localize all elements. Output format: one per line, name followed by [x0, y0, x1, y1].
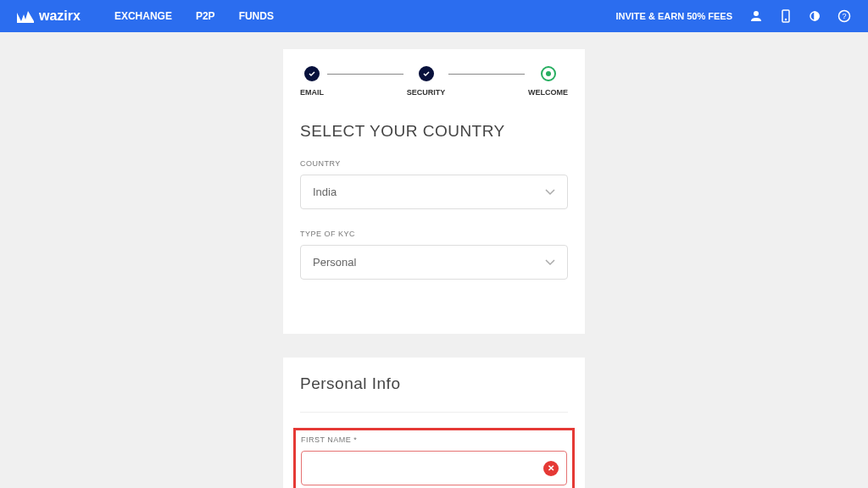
svg-point-0: [754, 11, 759, 16]
field-label: FIRST NAME *: [301, 435, 567, 444]
help-icon[interactable]: ?: [837, 9, 851, 23]
nav-p2p[interactable]: P2P: [196, 10, 215, 22]
step-welcome: WELCOME: [528, 66, 568, 97]
country-field: COUNTRY India: [300, 159, 568, 209]
section-title: Personal Info: [300, 374, 568, 393]
step-label: WELCOME: [528, 88, 568, 97]
personal-info-card: Personal Info FIRST NAME * ✕ Please ente…: [283, 358, 585, 488]
kyc-type-select[interactable]: Personal: [300, 245, 568, 280]
first-name-input[interactable]: [301, 451, 567, 485]
step-label: EMAIL: [300, 88, 324, 97]
wazirx-logo-icon: [17, 9, 34, 23]
main-nav: EXCHANGE P2P FUNDS: [114, 10, 274, 22]
svg-text:?: ?: [842, 12, 846, 20]
active-step-icon: [541, 66, 556, 81]
chevron-down-icon: [545, 186, 555, 198]
mobile-icon[interactable]: [780, 9, 792, 23]
divider: [300, 412, 568, 413]
step-connector: [448, 74, 525, 75]
brand-logo[interactable]: wazirx: [17, 8, 81, 24]
kyc-type-field: TYPE OF KYC Personal: [300, 230, 568, 280]
field-label: COUNTRY: [300, 159, 568, 168]
country-card: EMAIL SECURITY WELCOME SELECT YOUR COUNT…: [283, 49, 585, 334]
header-right: INVITE & EARN 50% FEES ?: [615, 9, 851, 23]
step-security: SECURITY: [407, 66, 446, 97]
select-value: India: [313, 186, 337, 198]
check-icon: [304, 66, 320, 81]
first-name-wrap: ✕: [301, 451, 567, 485]
step-email: EMAIL: [300, 66, 324, 97]
country-section: SELECT YOUR COUNTRY COUNTRY India TYPE O…: [283, 105, 585, 317]
step-label: SECURITY: [407, 88, 446, 97]
country-select[interactable]: India: [300, 175, 568, 209]
select-value: Personal: [313, 256, 356, 269]
error-x-icon: ✕: [543, 461, 559, 476]
step-connector: [327, 74, 403, 75]
chevron-down-icon: [545, 256, 555, 269]
section-title: SELECT YOUR COUNTRY: [300, 122, 568, 141]
nav-funds[interactable]: FUNDS: [239, 10, 274, 22]
user-icon[interactable]: [749, 9, 763, 23]
brand-text: wazirx: [39, 8, 81, 24]
check-icon: [419, 66, 434, 81]
top-nav: wazirx EXCHANGE P2P FUNDS INVITE & EARN …: [0, 0, 868, 32]
invite-link[interactable]: INVITE & EARN 50% FEES: [615, 11, 732, 21]
svg-point-2: [786, 19, 787, 20]
error-highlight-area: FIRST NAME * ✕ Please enter your first n…: [293, 428, 575, 488]
nav-exchange[interactable]: EXCHANGE: [114, 10, 172, 22]
field-label: TYPE OF KYC: [300, 230, 568, 238]
onboarding-stepper: EMAIL SECURITY WELCOME: [283, 66, 585, 105]
main-content: EMAIL SECURITY WELCOME SELECT YOUR COUNT…: [0, 32, 868, 488]
theme-icon[interactable]: [809, 10, 821, 22]
